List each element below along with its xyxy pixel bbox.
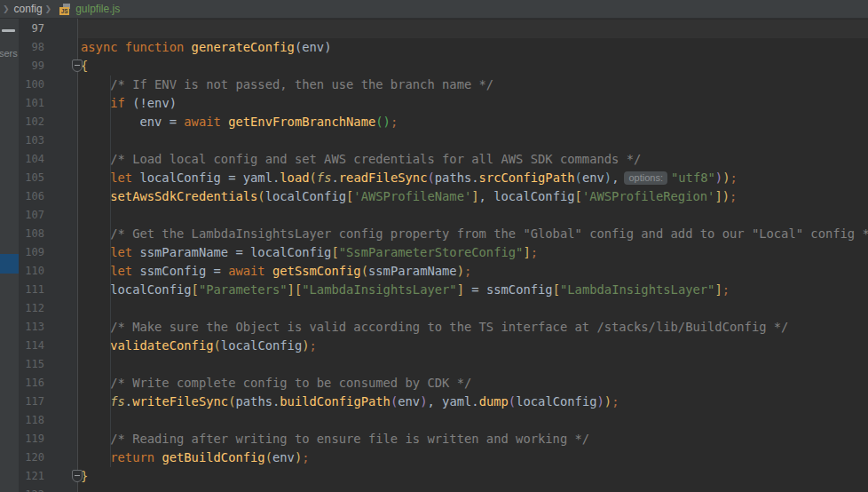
line-number[interactable]: 109: [19, 243, 44, 262]
line-number[interactable]: 100: [19, 75, 44, 94]
project-panel-partial-text: sers: [0, 48, 18, 59]
code-text: /* Reading after writing to ensure file …: [81, 430, 589, 448]
code-text: async function generateConfig(env): [81, 38, 331, 57]
line-number[interactable]: 115: [19, 355, 44, 374]
line-number[interactable]: 119: [19, 430, 44, 448]
code-line[interactable]: 98async function generateConfig(env): [0, 38, 868, 57]
line-number[interactable]: 102: [19, 113, 44, 131]
code-text: /* Load local config and set AWS credent…: [81, 150, 641, 169]
line-number[interactable]: 121: [19, 467, 44, 486]
breadcrumb: ❯ config ❯ JS gulpfile.js: [0, 0, 868, 19]
code-text: env = await getEnvFromBranchName();: [81, 113, 398, 131]
line-number[interactable]: 118: [19, 411, 44, 430]
line-number[interactable]: 104: [19, 150, 44, 169]
line-number[interactable]: 110: [19, 262, 44, 281]
breadcrumb-folder-config[interactable]: config: [14, 0, 43, 19]
js-file-icon-badge: JS: [59, 7, 69, 15]
project-selection-fragment[interactable]: [0, 254, 19, 274]
fold-marker-icon[interactable]: [72, 470, 83, 482]
caret-line-highlight: [78, 20, 868, 38]
project-panel-sliver[interactable]: sers: [0, 19, 19, 492]
code-text: localConfig["Parameters"]["LambdaInsight…: [81, 281, 730, 299]
code-line[interactable]: 100 /* If ENV is not passed, then use th…: [0, 75, 868, 94]
code-line[interactable]: 115: [0, 355, 868, 374]
code-line[interactable]: 111 localConfig["Parameters"]["LambdaIns…: [0, 281, 868, 299]
code-line[interactable]: 104 /* Load local config and set AWS cre…: [0, 150, 868, 169]
code-line[interactable]: 105 let localConfig = yaml.load(fs.readF…: [0, 169, 868, 187]
line-number[interactable]: 108: [19, 225, 44, 243]
code-text: /* Get the LambdaInsightsLayer config pr…: [81, 225, 868, 243]
line-number[interactable]: 114: [19, 337, 44, 355]
code-text: if (!env): [81, 94, 177, 113]
code-line[interactable]: 121}: [0, 467, 868, 486]
line-number[interactable]: 98: [19, 38, 44, 57]
code-line[interactable]: 119 /* Reading after writing to ensure f…: [0, 430, 868, 448]
parameter-hint-inlay: options:: [624, 171, 667, 185]
code-text: /* If ENV is not passed, then use the br…: [81, 75, 493, 94]
code-text: setAwsSdkCredentials(localConfig['AWSPro…: [81, 187, 737, 206]
code-line[interactable]: 99{: [0, 57, 868, 75]
code-line[interactable]: 120 return getBuildConfig(env);: [0, 448, 868, 467]
code-line[interactable]: 102 env = await getEnvFromBranchName();: [0, 113, 868, 131]
line-number[interactable]: 101: [19, 94, 44, 113]
code-line[interactable]: 103: [0, 131, 868, 150]
code-line[interactable]: 108 /* Get the LambdaInsightsLayer confi…: [0, 225, 868, 243]
line-number[interactable]: 106: [19, 187, 44, 206]
js-file-icon: JS: [59, 4, 71, 15]
code-line[interactable]: 112: [0, 299, 868, 318]
code-line[interactable]: 97: [0, 20, 868, 38]
line-number[interactable]: 97: [19, 20, 44, 38]
line-number[interactable]: 105: [19, 169, 44, 187]
breadcrumb-file-gulpfile[interactable]: gulpfile.js: [75, 0, 120, 19]
code-line[interactable]: 117 fs.writeFileSync(paths.buildConfigPa…: [0, 393, 868, 411]
code-line[interactable]: 109 let ssmParamName = localConfig["SsmP…: [0, 243, 868, 262]
line-number[interactable]: 117: [19, 393, 44, 411]
line-number[interactable]: 122: [19, 486, 44, 492]
code-text: fs.writeFileSync(paths.buildConfigPath(e…: [81, 393, 619, 411]
code-line[interactable]: 114 validateConfig(localConfig);: [0, 337, 868, 355]
line-number[interactable]: 113: [19, 318, 44, 337]
line-number[interactable]: 103: [19, 131, 44, 150]
code-text: let ssmConfig = await getSsmConfig(ssmPa…: [81, 262, 471, 281]
code-line[interactable]: 118: [0, 411, 868, 430]
code-editor[interactable]: 9798async function generateConfig(env)99…: [0, 20, 868, 492]
chevron-right-icon: ❯: [43, 0, 57, 19]
code-line[interactable]: 107: [0, 206, 868, 225]
code-text: let ssmParamName = localConfig["SsmParam…: [81, 243, 538, 262]
code-line[interactable]: 122: [0, 486, 868, 492]
chevron-right-icon: ❯: [0, 0, 14, 19]
code-text: validateConfig(localConfig);: [81, 337, 317, 355]
code-line[interactable]: 116 /* Write complete config to be consu…: [0, 374, 868, 393]
code-text: /* Write complete config to be consumed …: [81, 374, 471, 393]
fold-marker-icon[interactable]: [72, 60, 83, 72]
line-number[interactable]: 120: [19, 448, 44, 467]
code-line[interactable]: 113 /* Make sure the Object is valid acc…: [0, 318, 868, 337]
line-number[interactable]: 107: [19, 206, 44, 225]
code-line[interactable]: 101 if (!env): [0, 94, 868, 113]
line-number[interactable]: 116: [19, 374, 44, 393]
line-number[interactable]: 99: [19, 57, 44, 75]
line-number[interactable]: 111: [19, 281, 44, 299]
code-line[interactable]: 106 setAwsSdkCredentials(localConfig['AW…: [0, 187, 868, 206]
line-number[interactable]: 112: [19, 299, 44, 318]
code-text: let localConfig = yaml.load(fs.readFileS…: [81, 169, 738, 187]
code-text: return getBuildConfig(env);: [81, 448, 310, 467]
minimize-icon[interactable]: [2, 29, 15, 32]
code-text: /* Make sure the Object is valid accordi…: [81, 318, 788, 337]
code-line[interactable]: 110 let ssmConfig = await getSsmConfig(s…: [0, 262, 868, 281]
